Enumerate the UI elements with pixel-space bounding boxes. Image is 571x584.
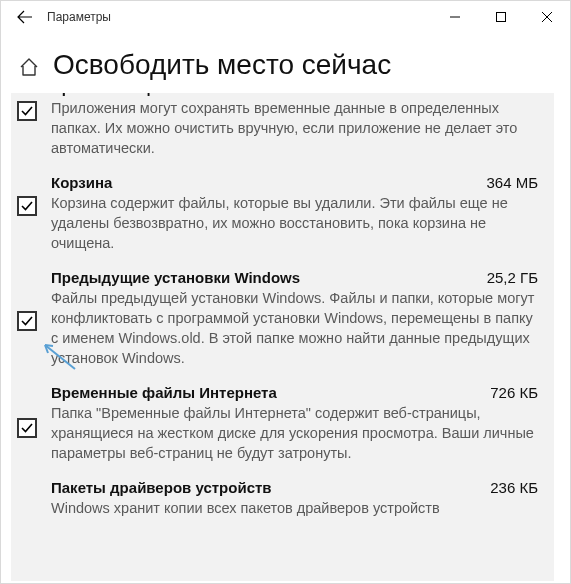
maximize-button[interactable] xyxy=(478,1,524,33)
item-body: Предыдущие установки Windows 25,2 ГБ Фай… xyxy=(51,269,538,368)
titlebar: Параметры xyxy=(1,1,570,33)
home-button[interactable] xyxy=(19,57,39,77)
page-header: Освободить место сейчас xyxy=(1,33,570,93)
item-body: Временные файлы Интернета 726 КБ Папка "… xyxy=(51,384,538,463)
item-size: 364 МБ xyxy=(486,174,538,191)
vertical-scrollbar[interactable] xyxy=(554,93,568,581)
item-head: Пакеты драйверов устройств 236 КБ xyxy=(51,479,538,496)
item-title: Временные файлы xyxy=(51,93,195,96)
svg-rect-0 xyxy=(497,13,506,22)
storage-items-list: Временные файлы 200 КБ Приложения могут … xyxy=(11,93,554,534)
items-scroll-area[interactable]: Временные файлы 200 КБ Приложения могут … xyxy=(11,93,554,581)
item-head: Корзина 364 МБ xyxy=(51,174,538,191)
item-size: 726 КБ xyxy=(490,384,538,401)
back-button[interactable] xyxy=(5,1,45,33)
check-icon xyxy=(20,104,34,118)
item-title: Корзина xyxy=(51,174,112,191)
home-icon xyxy=(19,57,39,77)
item-body: Временные файлы 200 КБ Приложения могут … xyxy=(51,93,538,158)
item-description: Папка "Временные файлы Интернета" содерж… xyxy=(51,403,538,463)
item-checkbox[interactable] xyxy=(17,418,37,438)
item-description: Файлы предыдущей установки Windows. Файл… xyxy=(51,288,538,368)
check-icon xyxy=(20,421,34,435)
item-size: 236 КБ xyxy=(490,479,538,496)
storage-item: Предыдущие установки Windows 25,2 ГБ Фай… xyxy=(17,263,538,378)
item-checkbox[interactable] xyxy=(17,196,37,216)
item-head: Временные файлы Интернета 726 КБ xyxy=(51,384,538,401)
check-icon xyxy=(20,314,34,328)
maximize-icon xyxy=(496,12,506,22)
item-body: Корзина 364 МБ Корзина содержит файлы, к… xyxy=(51,174,538,253)
arrow-left-icon xyxy=(17,9,33,25)
close-icon xyxy=(542,12,552,22)
window-controls xyxy=(432,1,570,33)
settings-window: Параметры Освободить место сейчас xyxy=(0,0,571,584)
item-head: Временные файлы 200 КБ xyxy=(51,93,538,96)
item-description: Windows хранит копии всех пакетов драйве… xyxy=(51,498,538,518)
storage-item: Корзина 364 МБ Корзина содержит файлы, к… xyxy=(17,168,538,263)
item-title: Предыдущие установки Windows xyxy=(51,269,300,286)
item-size: 200 КБ xyxy=(490,93,538,96)
item-size: 25,2 ГБ xyxy=(487,269,538,286)
item-title: Пакеты драйверов устройств xyxy=(51,479,272,496)
app-name: Параметры xyxy=(45,10,432,24)
storage-item: Пакеты драйверов устройств 236 КБ Window… xyxy=(17,473,538,528)
check-icon xyxy=(20,199,34,213)
minimize-button[interactable] xyxy=(432,1,478,33)
item-body: Пакеты драйверов устройств 236 КБ Window… xyxy=(51,479,538,518)
item-head: Предыдущие установки Windows 25,2 ГБ xyxy=(51,269,538,286)
item-description: Корзина содержит файлы, которые вы удали… xyxy=(51,193,538,253)
close-button[interactable] xyxy=(524,1,570,33)
item-title: Временные файлы Интернета xyxy=(51,384,277,401)
storage-item: Временные файлы 200 КБ Приложения могут … xyxy=(17,93,538,168)
storage-item: Временные файлы Интернета 726 КБ Папка "… xyxy=(17,378,538,473)
item-checkbox[interactable] xyxy=(17,311,37,331)
page-title: Освободить место сейчас xyxy=(53,49,391,81)
item-description: Приложения могут сохранять временные дан… xyxy=(51,98,538,158)
item-checkbox[interactable] xyxy=(17,101,37,121)
minimize-icon xyxy=(450,12,460,22)
